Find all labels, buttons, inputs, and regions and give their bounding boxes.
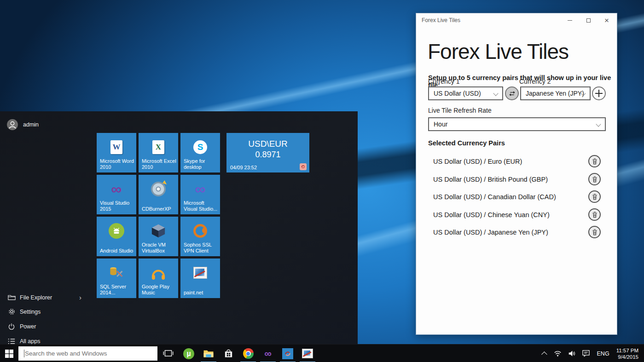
chevron-down-icon [493, 91, 498, 96]
user-name: admin [23, 121, 39, 128]
currency1-value: US Dollar (USD) [434, 90, 481, 97]
start-menu-panel: admin W Microsoft Word 2010 X Microsoft … [0, 111, 358, 344]
forex-live-tiles-window: Forex Live Tiles × Forex Live Tiles Setu… [416, 13, 617, 335]
search-input[interactable] [18, 346, 157, 361]
tray-network-button[interactable] [551, 345, 565, 362]
desktop: admin W Microsoft Word 2010 X Microsoft … [0, 0, 644, 362]
power-icon [7, 323, 16, 330]
sidebar-item-settings[interactable]: Settings [0, 305, 97, 318]
currency2-value: Japanese Yen (JPY) [526, 90, 584, 97]
start-button[interactable] [0, 345, 18, 362]
gear-icon [7, 308, 16, 316]
trash-icon [592, 176, 598, 183]
trash-icon [592, 211, 598, 218]
live-tile-pair: USD\EUR [226, 139, 309, 149]
user-account-button[interactable]: admin [6, 118, 39, 132]
delete-pair-button[interactable] [588, 173, 601, 185]
taskbar-icon-forex-live-tiles[interactable] [279, 345, 296, 362]
chrome-icon [243, 348, 254, 359]
forex-app-icon [282, 348, 293, 359]
tile-label: Oracle VM VirtualBox [142, 242, 177, 254]
tile-label: paint.net [184, 290, 219, 296]
sidebar-item-label: All apps [20, 338, 40, 345]
live-tile-usd-eur[interactable]: USD\EUR 0.8971 04/09 23:52 [226, 133, 309, 172]
refresh-rate-dropdown[interactable]: Hour [428, 117, 606, 131]
tile-label: Visual Studio 2015 [100, 200, 135, 212]
taskbar-icon-file-explorer[interactable] [200, 345, 217, 362]
close-icon: × [604, 17, 609, 24]
paint-image-icon [180, 262, 220, 283]
taskbar-icon-windows-store[interactable] [220, 345, 237, 362]
plus-icon [595, 90, 603, 97]
currency2-dropdown[interactable]: Japanese Yen (JPY) [520, 86, 591, 100]
tray-volume-button[interactable] [565, 345, 579, 362]
tile-microsoft-word-2010[interactable]: W Microsoft Word 2010 [97, 133, 136, 172]
taskbar-icon-paint-net[interactable] [299, 345, 316, 362]
sophos-ring-icon [180, 220, 220, 241]
tray-date: 9/4/2015 [616, 354, 638, 360]
tile-android-studio[interactable]: Android Studio [97, 217, 136, 256]
tile-paint-net[interactable]: paint.net [180, 259, 220, 298]
currency1-label: Currency 1 [428, 78, 459, 85]
window-titlebar[interactable]: Forex Live Tiles × [416, 13, 617, 27]
add-pair-button[interactable] [592, 86, 606, 100]
window-title: Forex Live Tiles [422, 17, 460, 23]
tile-label: Microsoft Word 2010 [100, 158, 135, 170]
taskbar-search[interactable] [18, 346, 157, 361]
tile-cdburnerxp[interactable]: CDBurnerXP [139, 175, 178, 214]
sidebar-item-label: File Explorer [20, 294, 52, 301]
tray-action-center-button[interactable] [579, 345, 593, 362]
tile-microsoft-visual-studio[interactable]: ∞ Microsoft Visual Studio... [180, 175, 220, 214]
tray-show-hidden-icons-button[interactable] [540, 345, 551, 362]
chevron-down-icon [596, 121, 601, 126]
chevron-right-icon: › [79, 293, 81, 301]
taskbar-icon-utorrent[interactable]: µ [180, 345, 197, 362]
swap-currencies-button[interactable] [505, 86, 519, 100]
swap-arrows-icon [508, 91, 516, 97]
delete-pair-button[interactable] [588, 226, 601, 238]
tile-skype-for-desktop[interactable]: S Skype for desktop [180, 133, 220, 172]
cube-icon [139, 220, 178, 241]
tile-label: Google Play Music [142, 284, 177, 296]
refresh-rate-value: Hour [434, 121, 447, 128]
pair-row: US Dollar (USD) / Euro (EUR) [428, 155, 605, 168]
tile-oracle-vm-virtualbox[interactable]: Oracle VM VirtualBox [139, 217, 178, 256]
list-icon [7, 338, 16, 345]
utorrent-icon: µ [183, 348, 194, 359]
tile-microsoft-excel-2010[interactable]: X Microsoft Excel 2010 [139, 133, 178, 172]
skype-icon: S [180, 137, 220, 158]
tile-google-play-music[interactable]: Google Play Music [139, 259, 178, 298]
tile-visual-studio-2015[interactable]: ∞ Visual Studio 2015 [97, 175, 136, 214]
delete-pair-button[interactable] [588, 208, 601, 221]
close-button[interactable]: × [598, 13, 616, 27]
currency1-dropdown[interactable]: US Dollar (USD) [428, 86, 503, 100]
delete-pair-button[interactable] [588, 190, 601, 203]
pair-text: US Dollar (USD) / Euro (EUR) [433, 158, 522, 165]
pair-text: US Dollar (USD) / Japanese Yen (JPY) [433, 229, 548, 236]
tray-clock[interactable]: 11:57 PM 9/4/2015 [614, 347, 644, 360]
tray-language-button[interactable]: ENG [593, 345, 614, 362]
live-tile-timestamp: 04/09 23:52 [230, 165, 257, 170]
sidebar-item-file-explorer[interactable]: File Explorer › [0, 291, 97, 304]
word-icon: W [97, 137, 136, 158]
speaker-icon [568, 350, 576, 357]
android-icon [97, 220, 136, 241]
task-view-button[interactable] [160, 345, 176, 362]
tile-label: SQL Server 2014... [100, 284, 135, 296]
delete-pair-button[interactable] [588, 155, 601, 167]
taskbar-icon-chrome[interactable] [240, 345, 256, 362]
excel-icon: X [139, 137, 178, 158]
system-tray: ENG 11:57 PM 9/4/2015 [540, 345, 644, 362]
minimize-icon [568, 20, 572, 21]
pair-text: US Dollar (USD) / British Pound (GBP) [433, 176, 548, 183]
minimize-button[interactable] [561, 13, 579, 27]
sidebar-item-label: Power [20, 323, 36, 330]
tile-sophos-ssl-vpn-client[interactable]: Sophos SSL VPN Client [180, 217, 220, 256]
maximize-button[interactable] [579, 13, 598, 27]
tile-sql-server-2014[interactable]: SQL Server 2014... [97, 259, 136, 298]
folder-icon [7, 294, 16, 301]
page-title: Forex Live Tiles [428, 39, 569, 64]
sidebar-item-power[interactable]: Power [0, 320, 97, 333]
visual-studio-icon: ∞ [97, 178, 136, 200]
taskbar-icon-visual-studio[interactable]: ∞ [260, 345, 276, 362]
